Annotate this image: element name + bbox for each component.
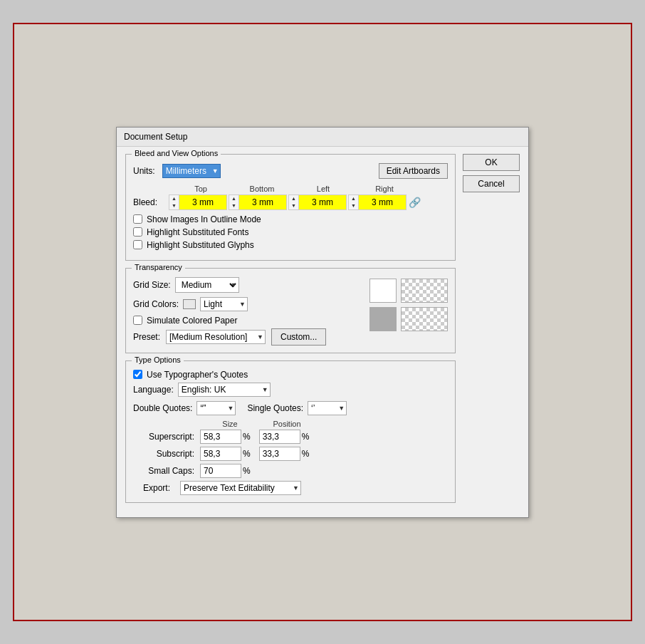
language-select-wrap[interactable]: English: UK English: USA	[178, 383, 271, 397]
quotes-row: Double Quotes: “” Single Quotes: ‘’	[133, 401, 448, 415]
edit-artboards-button[interactable]: Edit Artboards	[379, 163, 448, 179]
transparency-body: Grid Size: Small Medium Large	[133, 277, 448, 346]
small-caps-pct: %	[243, 466, 251, 476]
show-images-checkbox[interactable]	[133, 214, 142, 224]
gray-swatch	[369, 307, 397, 331]
typographers-quotes-checkbox[interactable]	[133, 370, 142, 379]
double-quotes-label: Double Quotes:	[133, 403, 192, 413]
language-label: Language:	[133, 385, 174, 395]
grid-colors-label: Grid Colors:	[133, 299, 179, 309]
grid-size-row: Grid Size: Small Medium Large	[133, 277, 362, 293]
export-row: Export: Preserve Text Editability Preser…	[133, 481, 448, 495]
export-label: Export:	[133, 483, 176, 493]
subscript-position-input[interactable]	[259, 447, 300, 461]
grid-size-select-wrap[interactable]: Small Medium Large	[175, 277, 239, 293]
bleed-bottom-spinbox[interactable]: ▲ ▼ 3 mm	[229, 194, 287, 210]
language-select[interactable]: English: UK English: USA	[178, 383, 271, 397]
bleed-bottom-arrows[interactable]: ▲ ▼	[229, 195, 239, 209]
export-select[interactable]: Preserve Text Editability Preserve Appea…	[180, 481, 301, 495]
superscript-label: Superscript:	[133, 432, 200, 442]
type-options-section: Type Options Use Typographer's Quotes La…	[125, 360, 456, 503]
bleed-row: Bleed: ▲ ▼ 3 mm ▲ ▼	[133, 194, 448, 210]
simulate-paper-row: Simulate Colored Paper	[133, 316, 362, 326]
bleed-left-arrows[interactable]: ▲ ▼	[289, 195, 299, 209]
checker-swatch-top	[401, 279, 448, 303]
dialog-titlebar: Document Setup	[117, 128, 528, 147]
bleed-top-spinbox[interactable]: ▲ ▼ 3 mm	[169, 194, 227, 210]
typographers-quotes-label: Use Typographer's Quotes	[147, 370, 248, 380]
double-quotes-select[interactable]: “”	[196, 401, 236, 415]
bleed-bottom-value: 3 mm	[239, 197, 286, 207]
bleed-header-top: Top	[170, 185, 231, 193]
bleed-left-down[interactable]: ▼	[289, 202, 298, 209]
bleed-right-down[interactable]: ▼	[349, 202, 358, 209]
typographers-quotes-row: Use Typographer's Quotes	[133, 370, 448, 380]
swatch-row-2	[369, 307, 448, 331]
simulate-paper-label: Simulate Colored Paper	[147, 316, 237, 326]
highlight-glyphs-label: Highlight Substituted Glyphs	[147, 240, 254, 250]
ok-button[interactable]: OK	[463, 154, 520, 171]
units-select[interactable]: Millimeters	[162, 164, 221, 178]
swatch-row	[369, 279, 448, 303]
bleed-top-value: 3 mm	[179, 197, 226, 207]
small-caps-input[interactable]	[200, 464, 241, 478]
size-pos-headers: Size Position	[201, 420, 448, 428]
bleed-top-down[interactable]: ▼	[169, 202, 179, 209]
chain-link-icon[interactable]: 🔗	[408, 194, 421, 210]
highlight-glyphs-row: Highlight Substituted Glyphs	[133, 240, 448, 250]
single-quotes-select-wrap[interactable]: ‘’	[308, 401, 347, 415]
cancel-button[interactable]: Cancel	[463, 175, 520, 192]
bleed-right-arrows[interactable]: ▲ ▼	[349, 195, 359, 209]
grid-colors-row: Grid Colors: Light Medium Dark	[133, 297, 362, 311]
units-select-wrap[interactable]: Millimeters	[162, 164, 221, 178]
superscript-size-input[interactable]	[200, 430, 241, 444]
superscript-position-input[interactable]	[259, 430, 300, 444]
size-header: Size	[201, 420, 258, 428]
grid-size-select[interactable]: Small Medium Large	[175, 277, 239, 293]
simulate-paper-checkbox[interactable]	[133, 316, 142, 325]
grid-colors-select-wrap[interactable]: Light Medium Dark	[200, 297, 248, 311]
single-quotes-label: Single Quotes:	[247, 403, 303, 413]
bleed-right-spinbox[interactable]: ▲ ▼ 3 mm	[348, 194, 407, 210]
double-quotes-select-wrap[interactable]: “”	[196, 401, 236, 415]
bleed-header-right: Right	[354, 185, 415, 193]
bleed-view-section: Bleed and View Options Units: Millimeter…	[125, 154, 456, 261]
bleed-left-up[interactable]: ▲	[289, 195, 298, 202]
highlight-fonts-row: Highlight Substituted Fonts	[133, 227, 448, 237]
highlight-glyphs-checkbox[interactable]	[133, 240, 142, 249]
bleed-right-value: 3 mm	[359, 197, 406, 207]
show-images-row: Show Images In Outline Mode	[133, 214, 448, 224]
units-label: Units:	[133, 166, 155, 176]
bleed-top-up[interactable]: ▲	[169, 195, 179, 202]
small-caps-row: Small Caps: %	[133, 464, 448, 478]
dialog-buttons: OK Cancel	[463, 154, 520, 510]
highlight-fonts-checkbox[interactable]	[133, 227, 142, 237]
bleed-col-headers: Top Bottom Left Right	[170, 185, 448, 193]
bleed-header-left: Left	[293, 185, 354, 193]
dialog-main: Bleed and View Options Units: Millimeter…	[125, 154, 456, 510]
bleed-header-bottom: Bottom	[231, 185, 293, 193]
preset-select-wrap[interactable]: [Low Resolution] [Medium Resolution] [Hi…	[166, 330, 266, 344]
dialog-title: Document Setup	[124, 132, 187, 142]
highlight-fonts-label: Highlight Substituted Fonts	[147, 227, 248, 237]
grid-colors-select[interactable]: Light Medium Dark	[200, 297, 248, 311]
bleed-bottom-up[interactable]: ▲	[229, 195, 238, 202]
custom-button[interactable]: Custom...	[271, 328, 326, 346]
bleed-right-up[interactable]: ▲	[349, 195, 358, 202]
subscript-size-input[interactable]	[200, 447, 241, 461]
single-quotes-select[interactable]: ‘’	[308, 401, 347, 415]
subscript-pos-pct: %	[302, 449, 310, 459]
bleed-top-arrows[interactable]: ▲ ▼	[169, 195, 179, 209]
outer-border: Document Setup Bleed and View Options Un…	[13, 23, 632, 621]
show-images-label: Show Images In Outline Mode	[147, 214, 261, 224]
bleed-left-spinbox[interactable]: ▲ ▼ 3 mm	[288, 194, 347, 210]
preset-row: Preset: [Low Resolution] [Medium Resolut…	[133, 328, 362, 346]
subscript-label: Subscript:	[133, 449, 200, 459]
export-select-wrap[interactable]: Preserve Text Editability Preserve Appea…	[180, 481, 301, 495]
transparency-legend: Transparency	[132, 263, 185, 271]
bleed-bottom-down[interactable]: ▼	[229, 202, 238, 209]
small-caps-label: Small Caps:	[133, 466, 200, 476]
checker-swatch-bottom	[401, 307, 448, 331]
preset-select[interactable]: [Low Resolution] [Medium Resolution] [Hi…	[166, 330, 266, 344]
transparency-visuals	[369, 277, 448, 346]
